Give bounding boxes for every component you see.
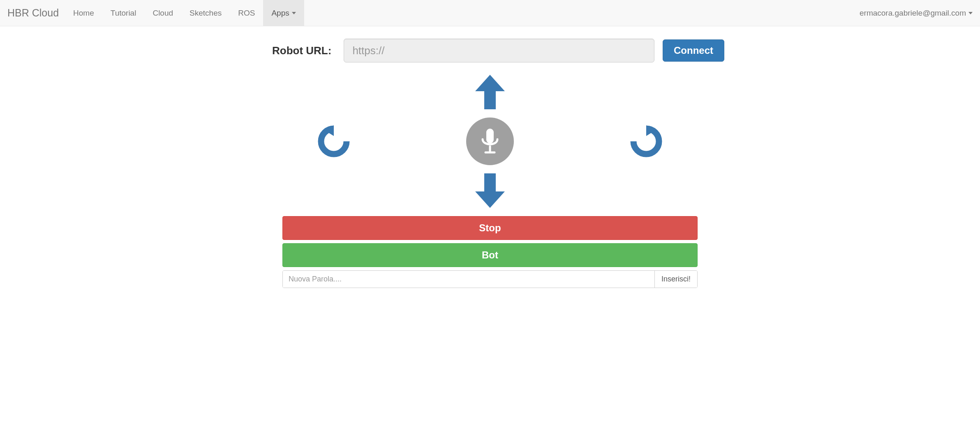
word-input-group: Inserisci! [282,270,698,288]
bot-button[interactable]: Bot [282,243,698,267]
arrow-down-icon [475,173,505,208]
nav-item-ros[interactable]: ROS [230,0,263,26]
microphone-icon [479,127,501,156]
microphone-button[interactable] [466,118,514,165]
action-area: Stop Bot Inserisci! [282,216,698,288]
arrow-up-button[interactable] [475,75,505,109]
robot-url-label: Robot URL: [256,44,335,57]
rotate-left-button[interactable] [318,125,350,157]
nav-label: Tutorial [111,9,136,18]
rotate-right-button[interactable] [630,125,662,157]
nav-label: Home [73,9,94,18]
caret-down-icon [968,12,973,14]
caret-down-icon [292,12,296,14]
navbar-nav: Home Tutorial Cloud Sketches ROS Apps [65,0,304,26]
control-pad [256,75,724,208]
robot-url-input[interactable] [344,39,654,62]
rotate-ccw-icon [318,125,350,157]
stop-button[interactable]: Stop [282,216,698,240]
user-menu[interactable]: ermacora.gabriele@gmail.com [860,9,973,18]
nav-label: Apps [271,9,289,18]
arrow-down-button[interactable] [475,173,505,208]
word-input[interactable] [283,271,654,288]
navbar: HBR Cloud Home Tutorial Cloud Sketches R… [0,0,980,26]
rotate-cw-icon [630,125,662,157]
nav-item-tutorial[interactable]: Tutorial [102,0,145,26]
nav-item-cloud[interactable]: Cloud [144,0,181,26]
insert-word-button[interactable]: Inserisci! [654,271,697,288]
svg-rect-0 [486,129,494,143]
nav-item-apps[interactable]: Apps [263,0,304,26]
nav-item-home[interactable]: Home [65,0,102,26]
arrow-up-icon [475,75,505,109]
nav-item-sketches[interactable]: Sketches [181,0,230,26]
connect-button[interactable]: Connect [663,39,724,62]
main-container: Robot URL: Connect [250,26,730,288]
robot-url-row: Robot URL: Connect [256,39,724,62]
nav-label: ROS [238,9,255,18]
nav-label: Sketches [190,9,222,18]
nav-label: Cloud [153,9,173,18]
user-email: ermacora.gabriele@gmail.com [860,9,966,18]
navbar-brand[interactable]: HBR Cloud [7,7,65,19]
